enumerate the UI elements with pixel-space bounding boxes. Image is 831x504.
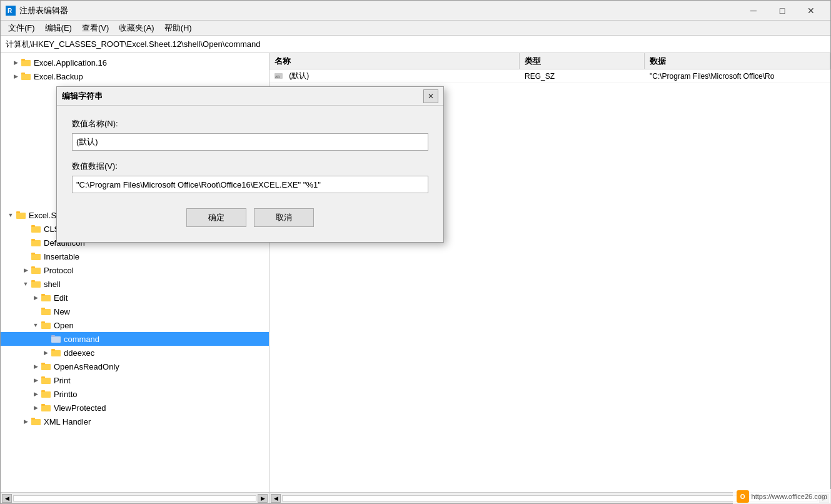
watermark-logo: O bbox=[737, 490, 749, 503]
watermark-text: https://www.office26.com bbox=[752, 493, 827, 500]
dialog-buttons: 确定 取消 bbox=[72, 208, 428, 229]
dialog-overlay: 编辑字符串 ✕ 数值名称(N): 数值数据(V): 确定 取消 bbox=[0, 0, 831, 504]
data-label: 数值数据(V): bbox=[72, 161, 428, 172]
data-input[interactable] bbox=[72, 176, 428, 193]
edit-string-dialog: 编辑字符串 ✕ 数值名称(N): 数值数据(V): 确定 取消 bbox=[56, 86, 444, 243]
name-input[interactable] bbox=[72, 133, 428, 151]
dialog-title-bar: 编辑字符串 ✕ bbox=[57, 87, 443, 106]
dialog-title: 编辑字符串 bbox=[62, 91, 423, 102]
dialog-body: 数值名称(N): 数值数据(V): 确定 取消 bbox=[57, 106, 443, 242]
dialog-close-button[interactable]: ✕ bbox=[423, 89, 438, 103]
watermark: O https://www.office26.com bbox=[733, 489, 831, 504]
cancel-button[interactable]: 取消 bbox=[254, 208, 314, 227]
ok-button[interactable]: 确定 bbox=[186, 208, 246, 227]
name-label: 数值名称(N): bbox=[72, 118, 428, 129]
